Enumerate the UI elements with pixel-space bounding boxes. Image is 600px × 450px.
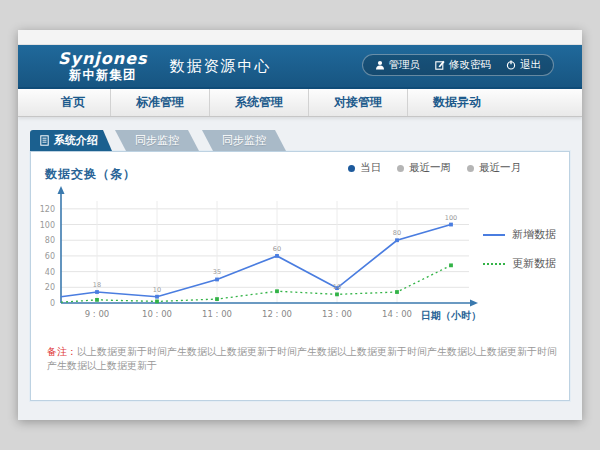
filter-last-week[interactable]: 最近一周 [397,161,451,175]
edit-icon [435,60,445,70]
user-menu-admin-label: 管理员 [389,58,421,72]
app-header: Synjones 新中新集团 数据资源中心 管理员 修改密码 退出 [18,45,582,89]
legend-line-dotted [483,263,505,265]
svg-text:10: 10 [153,286,161,294]
change-password-label: 修改密码 [449,58,491,72]
logo-subtext: 新中新集团 [58,69,148,82]
main-nav: 首页 标准管理 系统管理 对接管理 数据异动 [18,89,582,117]
svg-text:35: 35 [213,268,221,276]
nav-item-home[interactable]: 首页 [36,89,111,116]
logo-text: Synjones [58,51,148,67]
nav-item-standard-mgmt[interactable]: 标准管理 [111,89,210,116]
legend-item-new-data[interactable]: 新增数据 [483,227,569,242]
radio-dot-selected [348,165,355,172]
tab-system-intro-label: 系统介绍 [54,130,98,151]
filter-today-label: 当日 [360,161,381,175]
legend-label-new-data: 新增数据 [512,227,556,242]
time-range-filters: 当日 最近一周 最近一月 [348,161,521,175]
svg-text:60: 60 [273,245,281,253]
radio-dot [397,165,404,172]
svg-text:80: 80 [393,229,401,237]
nav-item-data-change[interactable]: 数据异动 [408,89,506,116]
filter-last-month-label: 最近一月 [479,161,521,175]
svg-text:20: 20 [45,283,55,292]
svg-text:100: 100 [445,214,457,222]
footnote-label: 备注： [47,346,77,357]
chart-panel: 当日 最近一周 最近一月 数据交换（条） 0204060801001209 : … [30,151,570,401]
svg-text:10 : 00: 10 : 00 [142,309,172,319]
svg-text:60: 60 [45,252,55,261]
legend-label-update-data: 更新数据 [512,256,556,271]
app-window: Synjones 新中新集团 数据资源中心 管理员 修改密码 退出 首页 标准管… [18,30,582,420]
svg-text:10: 10 [333,283,341,291]
filter-today[interactable]: 当日 [348,161,381,175]
radio-dot [467,165,474,172]
page-top-strip [18,30,582,45]
svg-text:18: 18 [93,281,101,289]
chart-legend: 新增数据 更新数据 [483,183,569,335]
svg-text:12 : 00: 12 : 00 [262,309,292,319]
logout-label: 退出 [520,58,541,72]
svg-text:11 : 00: 11 : 00 [202,309,232,319]
user-icon [375,60,385,70]
page-title: 数据资源中心 [170,57,272,76]
line-chart: 0204060801001209 : 0010 : 0011 : 0012 : … [31,183,483,335]
synjones-logo: Synjones 新中新集团 [58,51,148,82]
footnote: 备注：以上数据更新于时间产生数据以上数据更新于时间产生数据以上数据更新于时间产生… [47,345,559,373]
nav-item-system-mgmt[interactable]: 系统管理 [210,89,309,116]
svg-text:120: 120 [40,205,55,214]
change-password-button[interactable]: 修改密码 [435,58,491,72]
filter-last-month[interactable]: 最近一月 [467,161,521,175]
chart-area: 0204060801001209 : 0010 : 0011 : 0012 : … [31,183,569,335]
svg-text:40: 40 [45,268,55,277]
content-area: 系统介绍 同步监控 同步监控 当日 最近一周 最近一月 数据交换 [18,117,582,401]
svg-text:100: 100 [40,221,55,230]
legend-item-update-data[interactable]: 更新数据 [483,256,569,271]
svg-text:9 : 00: 9 : 00 [85,309,110,319]
user-menu: 管理员 修改密码 退出 [362,54,555,76]
legend-line-solid [483,234,505,236]
tab-system-intro[interactable]: 系统介绍 [30,130,112,151]
user-menu-admin[interactable]: 管理员 [375,58,421,72]
footnote-text: 以上数据更新于时间产生数据以上数据更新于时间产生数据以上数据更新于时间产生数据以… [47,346,557,371]
svg-text:13 : 00: 13 : 00 [322,309,352,319]
nav-item-interface-mgmt[interactable]: 对接管理 [309,89,408,116]
svg-text:14 : 00: 14 : 00 [382,309,412,319]
tab-sync-monitor-2[interactable]: 同步监控 [202,130,286,151]
tab-bar: 系统介绍 同步监控 同步监控 [30,130,582,151]
logout-button[interactable]: 退出 [506,58,541,72]
svg-text:0: 0 [50,299,55,308]
power-icon [506,60,516,70]
tab-sync-monitor-1[interactable]: 同步监控 [115,130,199,151]
document-icon [40,135,49,146]
filter-last-week-label: 最近一周 [409,161,451,175]
svg-text:80: 80 [45,236,55,245]
svg-text:日期（小时）: 日期（小时） [421,310,481,321]
